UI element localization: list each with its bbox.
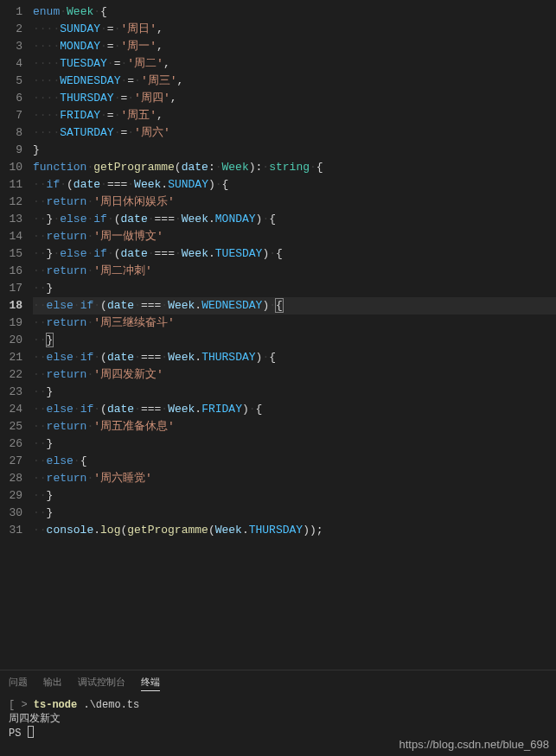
code-line[interactable]: ··else·if·(date·===·Week.THURSDAY)·{ [33,349,556,366]
token-fn: getProgramme [127,524,208,537]
code-line[interactable]: ····WEDNESDAY·=·'周三', [33,73,556,90]
token-kw: if [80,299,94,312]
line-number: 27 [0,453,33,470]
code-line[interactable]: ····SUNDAY·=·'周日', [33,21,556,38]
code-editor[interactable]: 1234567891011121314151617181920212223242… [0,0,556,670]
terminal-arg: .\demo.ts [77,699,139,711]
code-line[interactable]: ··} [33,435,556,453]
token-punc: , [157,22,163,35]
line-number: 18 [0,297,33,314]
code-line[interactable]: ··} [33,332,556,349]
code-content[interactable]: enum·Week·{····SUNDAY·=·'周日',····MONDAY·… [33,0,556,670]
token-enumm: SUNDAY [168,178,208,191]
code-line[interactable]: ··return·'周一做博文' [33,228,556,245]
token-ws: · [60,178,67,191]
tab-terminal[interactable]: 终端 [141,676,160,691]
token-punc: . [208,213,215,226]
token-str: '周日' [120,22,157,35]
token-op: === [155,213,175,226]
code-line[interactable]: ··} [33,505,556,522]
token-kw: enum [33,5,60,18]
line-number: 10 [0,159,33,176]
token-var: Week [168,403,195,416]
line-number: 13 [0,211,33,228]
tab-output[interactable]: 输出 [43,676,62,691]
token-enumm: SATURDAY [60,126,113,139]
line-number: 15 [0,245,33,263]
code-line[interactable]: ··else·if·(date·===·Week.WEDNESDAY)·{ [33,297,556,314]
code-line[interactable]: ··}·else·if·(date·===·Week.MONDAY)·{ [33,211,556,228]
token-op: = [107,22,114,35]
token-ws: · [73,299,80,312]
code-line[interactable]: ····SATURDAY·=·'周六' [33,124,556,142]
code-line[interactable]: ··return·'周六睡觉' [33,470,556,487]
token-punc: . [195,299,201,312]
token-paren: ) [208,178,215,191]
token-var: Week [134,178,161,191]
code-line[interactable]: ··} [33,384,556,401]
token-paren: ( [114,247,121,260]
token-ws: ·· [33,195,47,208]
token-ws: ·· [33,351,47,364]
token-var: date [107,403,134,416]
code-line[interactable]: ····THURSDAY·=·'周四', [33,90,556,107]
code-line[interactable]: ····TUESDAY·=·'周二', [33,55,556,73]
token-ws: · [100,178,107,191]
code-line[interactable]: ··return·'周五准备休息' [33,418,556,435]
token-paren: } [47,437,54,450]
code-line[interactable]: ··console.log(getProgramme(Week.THURSDAY… [33,522,556,539]
code-line[interactable]: ··else·{ [33,453,556,470]
token-paren: { [269,351,276,364]
code-line[interactable]: ····MONDAY·=·'周一', [33,38,556,55]
code-line[interactable]: ··return·'周三继续奋斗' [33,314,556,332]
token-punc: , [170,92,177,105]
code-line[interactable]: ··} [33,280,556,297]
code-line[interactable]: } [33,142,556,159]
token-ws: ···· [33,22,60,35]
code-line[interactable]: ··return·'周日休闲娱乐' [33,194,556,211]
line-number: 8 [0,124,33,142]
token-ws: · [148,213,155,226]
token-paren: { [276,247,283,260]
token-ws: ·· [33,403,47,416]
token-var: date [73,178,100,191]
code-line[interactable]: ··return·'周四发新文' [33,366,556,384]
code-line[interactable]: function·getProgramme(date:·Week):·strin… [33,159,556,176]
token-paren: } [47,282,54,295]
token-ws: · [134,403,141,416]
line-number: 17 [0,280,33,297]
line-number: 26 [0,435,33,453]
tab-debug-console[interactable]: 调试控制台 [78,676,125,691]
token-kw: else [60,213,86,226]
token-type: Week [67,5,93,18]
terminal-cursor [28,726,34,738]
code-line[interactable]: ····FRIDAY·=·'周五', [33,107,556,124]
code-line[interactable]: ··else·if·(date·===·Week.FRIDAY)·{ [33,401,556,418]
token-ws: · [134,299,141,312]
token-ws: · [93,5,100,18]
token-ws: ·· [33,299,47,312]
token-kw: if [80,351,94,364]
line-number: 4 [0,55,33,73]
token-ws: · [175,213,182,226]
line-number: 7 [0,107,33,124]
code-line[interactable]: ··} [33,487,556,505]
line-number: 31 [0,522,33,539]
token-ws: · [127,92,134,105]
token-str: '周四' [134,92,170,105]
token-punc: , [163,57,170,70]
token-kw: return [47,230,87,243]
code-line[interactable]: ··}·else·if·(date·===·Week.TUESDAY)·{ [33,245,556,263]
token-ws: ·· [33,368,47,381]
token-ws: · [249,403,256,416]
token-var: console [47,524,94,537]
token-op: === [141,299,161,312]
token-ws: · [161,299,168,312]
code-line[interactable]: ··if·(date·===·Week.SUNDAY)·{ [33,176,556,194]
tab-problems[interactable]: 问题 [9,676,28,691]
code-line[interactable]: enum·Week·{ [33,3,556,21]
token-enumm: FRIDAY [60,109,100,122]
code-line[interactable]: ··return·'周二冲刺' [33,263,556,280]
token-punc: . [242,524,249,537]
line-number: 1 [0,3,33,21]
